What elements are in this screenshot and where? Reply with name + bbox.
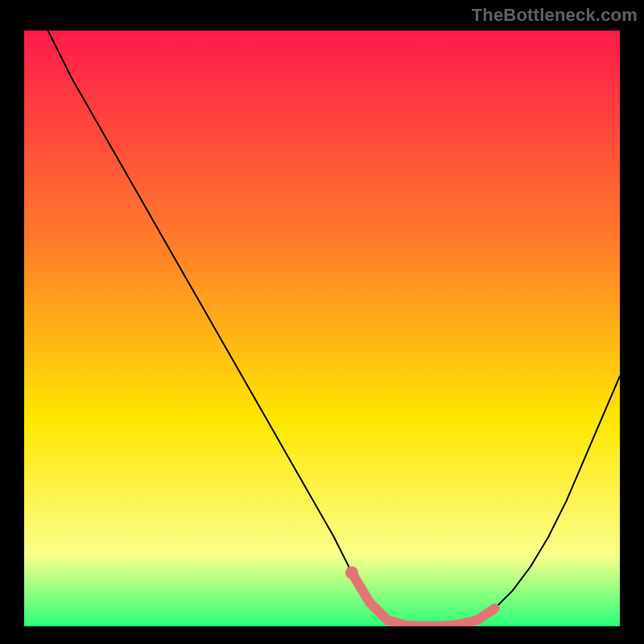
watermark-text: TheBottleneck.com [472, 5, 638, 26]
highlight-dot [345, 566, 358, 579]
bottleneck-chart [24, 31, 620, 626]
gradient-background [24, 31, 620, 626]
